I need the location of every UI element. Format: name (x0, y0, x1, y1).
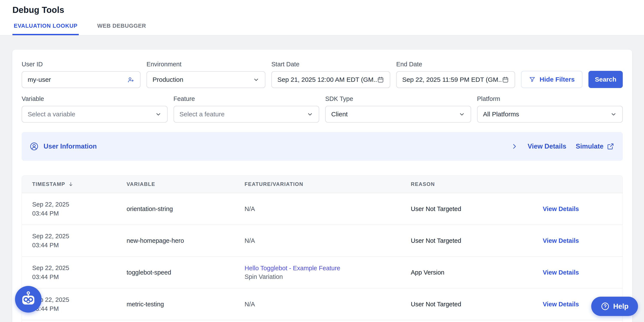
variable-cell: new-homepage-hero (116, 225, 234, 256)
user-circle-icon (30, 142, 39, 151)
user-id-field-group: User ID (22, 61, 140, 88)
reason-cell: User Not Targeted (400, 193, 532, 224)
row-view-details-link[interactable]: View Details (543, 237, 579, 244)
sdk-type-value: Client (331, 111, 459, 118)
search-button[interactable]: Search (588, 71, 623, 88)
person-add-icon[interactable] (127, 76, 134, 84)
feature-select[interactable]: Select a feature (174, 106, 320, 123)
start-date-value: Sep 21, 2025 12:00 AM EDT (GM... (278, 76, 377, 83)
platform-label: Platform (477, 95, 623, 102)
reason-cell: User Not Targeted (400, 288, 532, 320)
help-button[interactable]: Help (591, 297, 638, 316)
platform-select[interactable]: All Platforms (477, 106, 623, 123)
column-header-reason[interactable]: REASON (400, 176, 532, 193)
help-label: Help (613, 302, 628, 310)
table-row: Sep 22, 202503:44 PM togglebot-speed Hel… (22, 257, 622, 288)
question-circle-icon (601, 302, 610, 311)
user-view-details-label: View Details (528, 143, 566, 150)
hide-filters-button[interactable]: Hide Filters (521, 71, 582, 88)
row-view-details-link[interactable]: View Details (543, 205, 579, 212)
robot-icon (20, 291, 37, 308)
external-link-icon (607, 143, 614, 150)
filter-row-primary: User ID Environment Production (22, 61, 623, 88)
environment-label: Environment (146, 61, 265, 68)
chevron-down-icon (155, 111, 162, 117)
chevron-down-icon (307, 111, 313, 117)
tab-bar: EVALUATION LOOKUP WEB DEBUGGER (12, 23, 148, 35)
variable-cell: orientation-string (116, 193, 234, 224)
start-date-picker[interactable]: Sep 21, 2025 12:00 AM EDT (GM... (271, 71, 390, 88)
end-date-picker[interactable]: Sep 22, 2025 11:59 PM EDT (GM... (396, 71, 515, 88)
evaluation-lookup-panel: User ID Environment Production (12, 49, 632, 322)
feature-label: Feature (174, 95, 320, 102)
user-information-title: User Information (44, 143, 97, 150)
funnel-icon (529, 76, 536, 83)
column-header-reason-label: REASON (411, 181, 435, 187)
reason-cell: App Version (400, 257, 532, 288)
row-time: 03:44 PM (32, 241, 69, 250)
table-header-row: TIMESTAMP VARIABLE FEATURE/VARIATION REA… (22, 176, 622, 193)
simulate-link[interactable]: Simulate (576, 143, 614, 150)
user-information-header[interactable]: User Information (30, 142, 97, 151)
column-header-feature-variation-label: FEATURE/VARIATION (244, 181, 303, 187)
column-header-actions (532, 176, 622, 193)
togglebot-assistant-button[interactable] (15, 286, 42, 312)
feature-placeholder: Select a feature (180, 111, 307, 118)
chevron-down-icon (459, 111, 465, 117)
feature-variation-cell: Hello Togglebot - Example Feature Spin V… (234, 257, 400, 288)
user-view-details-link[interactable]: View Details (528, 143, 566, 150)
row-date: Sep 22, 2025 (32, 232, 69, 241)
table-row: Sep 22, 202503:44 PM metric-testing N/A … (22, 288, 622, 320)
sdk-type-label: SDK Type (325, 95, 471, 102)
environment-select[interactable]: Production (146, 71, 265, 88)
row-time: 03:44 PM (32, 272, 69, 281)
sdk-type-field-group: SDK Type Client (325, 95, 471, 123)
sdk-type-select[interactable]: Client (325, 106, 471, 123)
start-date-field-group: Start Date Sep 21, 2025 12:00 AM EDT (GM… (271, 61, 390, 88)
page-title: Debug Tools (12, 5, 64, 15)
filter-row-secondary: Variable Select a variable Feature Selec… (22, 95, 623, 123)
end-date-label: End Date (396, 61, 515, 68)
row-date: Sep 22, 2025 (32, 263, 69, 272)
end-date-value: Sep 22, 2025 11:59 PM EDT (GM... (402, 76, 502, 83)
top-header: Debug Tools EVALUATION LOOKUP WEB DEBUGG… (0, 0, 644, 36)
tab-evaluation-lookup[interactable]: EVALUATION LOOKUP (12, 23, 79, 35)
hide-filters-label: Hide Filters (540, 76, 574, 83)
end-date-field-group: End Date Sep 22, 2025 11:59 PM EDT (GM..… (396, 61, 515, 88)
feature-link[interactable]: Hello Togglebot - Example Feature (244, 264, 340, 272)
column-header-timestamp[interactable]: TIMESTAMP (22, 176, 116, 193)
row-date: Sep 22, 2025 (32, 200, 69, 209)
row-view-details-link[interactable]: View Details (543, 301, 579, 308)
environment-value: Production (152, 76, 253, 83)
column-header-variable-label: VARIABLE (126, 181, 155, 187)
platform-value: All Platforms (483, 111, 610, 118)
user-information-actions: View Details Simulate (511, 143, 614, 150)
tab-web-debugger[interactable]: WEB DEBUGGER (96, 23, 148, 35)
column-header-feature-variation[interactable]: FEATURE/VARIATION (234, 176, 400, 193)
feature-variation-cell: N/A (234, 193, 400, 224)
column-header-variable[interactable]: VARIABLE (116, 176, 234, 193)
user-id-input-box[interactable] (22, 71, 140, 88)
table-row (22, 320, 622, 322)
variable-label: Variable (22, 95, 168, 102)
timestamp-cell: Sep 22, 202503:44 PM (22, 225, 116, 256)
platform-field-group: Platform All Platforms (477, 95, 623, 123)
variable-placeholder: Select a variable (28, 111, 155, 118)
user-id-input[interactable] (28, 76, 127, 83)
sort-descending-icon[interactable] (68, 181, 74, 187)
user-information-banner: User Information View Details Simulate (22, 132, 623, 161)
timestamp-cell: Sep 22, 202503:44 PM (22, 257, 116, 288)
row-time: 03:44 PM (32, 209, 69, 218)
user-id-label: User ID (22, 61, 140, 68)
chevron-right-icon[interactable] (511, 143, 518, 150)
variable-select[interactable]: Select a variable (22, 106, 168, 123)
variable-cell: metric-testing (116, 288, 234, 320)
timestamp-cell: Sep 22, 202503:44 PM (22, 193, 116, 224)
reason-cell: User Not Targeted (400, 225, 532, 256)
variable-field-group: Variable Select a variable (22, 95, 168, 123)
calendar-icon (502, 76, 509, 83)
feature-variation-cell: N/A (234, 225, 400, 256)
row-view-details-link[interactable]: View Details (543, 269, 579, 276)
variable-cell: togglebot-speed (116, 257, 234, 288)
feature-variation-cell: N/A (234, 288, 400, 320)
